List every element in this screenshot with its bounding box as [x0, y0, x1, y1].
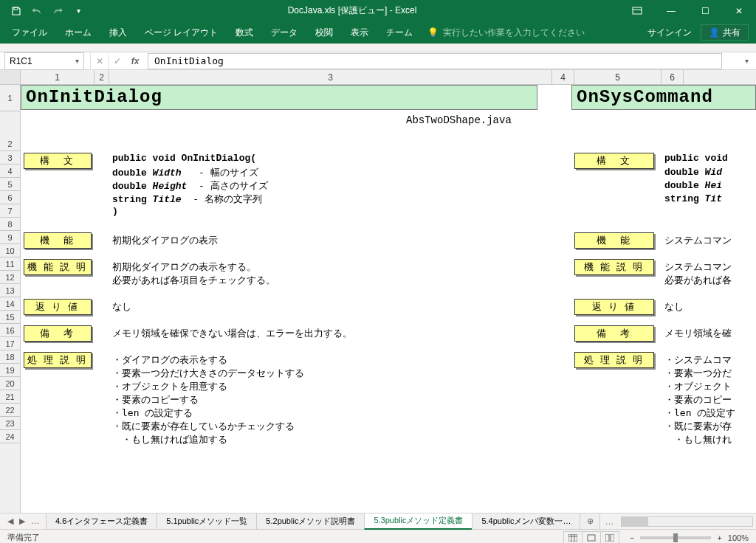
row-header[interactable]: 24	[0, 430, 20, 443]
row-header[interactable]: 12	[0, 271, 20, 284]
formula-input[interactable]: OnInitDialog	[148, 53, 722, 69]
add-sheet-button[interactable]: ⊕	[580, 513, 600, 530]
row-header[interactable]: 22	[0, 404, 20, 417]
cell-text[interactable]: ・len の設定す	[664, 407, 735, 420]
cell-text[interactable]: なし	[664, 300, 684, 314]
tell-me-search[interactable]: 💡 実行したい作業を入力してください	[422, 27, 591, 39]
row-header[interactable]: 19	[0, 364, 20, 377]
cell-text[interactable]: メモリ領域を確	[664, 327, 732, 340]
zoom-out-button[interactable]: −	[630, 533, 634, 542]
cell-text[interactable]: ・要素一つ分だ	[664, 367, 732, 380]
row-header[interactable]: 18	[0, 350, 20, 364]
tab-nav-prev-icon[interactable]: ◀	[7, 516, 13, 526]
tab-nav-next-icon[interactable]: ▶	[19, 516, 25, 526]
tab-review[interactable]: 校閲	[306, 21, 342, 44]
fx-icon[interactable]: fx	[126, 56, 145, 66]
row-header[interactable]: 11	[0, 257, 20, 271]
view-pagelayout-icon[interactable]	[582, 531, 601, 544]
close-button[interactable]: ✕	[722, 0, 756, 21]
row-header[interactable]: 5	[0, 178, 20, 191]
row-header[interactable]: 2	[0, 111, 20, 151]
method-header-cell[interactable]: OnInitDialog	[21, 85, 537, 110]
tab-view[interactable]: 表示	[342, 21, 377, 44]
row-header[interactable]: 7	[0, 204, 20, 218]
tab-overflow-ellipsis[interactable]: …	[600, 516, 618, 527]
cell-text[interactable]: )	[112, 206, 118, 217]
row-header[interactable]: 3	[0, 151, 20, 165]
cell-text[interactable]: ・もし無けれ	[664, 433, 732, 446]
cell-text[interactable]: ・ダイアログの表示をする	[112, 353, 227, 367]
tab-team[interactable]: チーム	[377, 21, 422, 44]
cancel-formula-icon[interactable]: ✕	[90, 53, 108, 69]
label-proc[interactable]: 処 理 説 明	[24, 352, 92, 368]
tab-pagelayout[interactable]: ページ レイアウト	[136, 21, 227, 44]
cell-text[interactable]: double Width - 幅のサイズ	[112, 166, 258, 179]
tab-home[interactable]: ホーム	[56, 21, 100, 44]
row-header[interactable]: 23	[0, 417, 20, 430]
cell-text[interactable]: システムコマン	[664, 234, 732, 247]
label-function[interactable]: 機 能	[24, 232, 92, 249]
minimize-button[interactable]: —	[654, 0, 688, 21]
view-normal-icon[interactable]	[563, 531, 583, 544]
cell-text[interactable]: ・オブジェクトを用意する	[112, 380, 227, 393]
enter-formula-icon[interactable]: ✓	[108, 53, 126, 69]
row-header[interactable]: 1	[0, 85, 20, 111]
cell-text[interactable]: string Tit	[664, 193, 722, 204]
ribbon-display-options-icon[interactable]	[620, 0, 654, 21]
row-header[interactable]: 20	[0, 377, 20, 390]
cell-text[interactable]: ・システムコマ	[664, 353, 732, 367]
cell-text[interactable]: ・既に要素が存	[664, 420, 732, 433]
cell-text[interactable]: ・もし無ければ追加する	[112, 433, 227, 446]
col-header[interactable]: 1	[21, 70, 94, 84]
zoom-in-button[interactable]: +	[717, 533, 721, 542]
cell-text[interactable]: ・要素のコピーする	[112, 393, 199, 407]
tab-insert[interactable]: 挿入	[100, 21, 136, 44]
name-box[interactable]: R1C1 ▾	[4, 52, 84, 70]
row-header[interactable]: 10	[0, 244, 20, 257]
sign-in-button[interactable]: サインイン	[639, 21, 701, 44]
undo-icon[interactable]	[31, 5, 43, 17]
col-header[interactable]: 6	[662, 70, 684, 84]
cell-text[interactable]: ・要素のコピー	[664, 393, 732, 407]
cell-text[interactable]: double Wid	[664, 166, 722, 178]
sheet-tab[interactable]: 4.6インタフェース定義書	[46, 513, 157, 530]
maximize-button[interactable]: ☐	[688, 0, 722, 21]
sheet-tab-active[interactable]: 5.3publicメソッド定義書	[364, 513, 472, 530]
method-header-cell[interactable]: OnSysCommand	[571, 85, 756, 110]
cell-text[interactable]: 初期化ダイアログの表示をする。	[112, 260, 256, 274]
label-note[interactable]: 備 考	[574, 325, 654, 342]
row-header[interactable]: 15	[0, 311, 20, 324]
cell-text[interactable]: ・既に要素が存在しているかチェックする	[112, 420, 295, 433]
chevron-down-icon[interactable]: ▾	[75, 57, 79, 65]
redo-icon[interactable]	[52, 5, 63, 17]
row-header[interactable]: 16	[0, 324, 20, 337]
select-all-corner[interactable]	[0, 70, 21, 84]
row-header[interactable]: 9	[0, 231, 20, 244]
cell-text[interactable]: public void OnInitDialog(	[112, 153, 256, 164]
cell-text[interactable]: 初期化ダイアログの表示	[112, 234, 218, 247]
qat-customize-icon[interactable]: ▾	[72, 5, 84, 17]
col-header[interactable]: 2	[94, 70, 109, 84]
label-funcdesc[interactable]: 機 能 説 明	[574, 259, 654, 275]
cell-text[interactable]: public void	[664, 153, 728, 164]
view-pagebreak-icon[interactable]	[600, 531, 619, 544]
cell-text[interactable]: 必要があれば各項目をチェックする。	[112, 274, 275, 287]
label-syntax[interactable]: 構 文	[24, 153, 92, 169]
cell-text[interactable]: なし	[112, 300, 131, 314]
cell-text[interactable]: ・オブジェクト	[664, 380, 732, 393]
label-function[interactable]: 機 能	[574, 232, 654, 249]
tab-file[interactable]: ファイル	[3, 21, 56, 44]
save-icon[interactable]	[10, 5, 22, 17]
tab-formulas[interactable]: 数式	[227, 21, 262, 44]
scrollbar-thumb[interactable]	[622, 517, 648, 526]
label-return[interactable]: 返 り 値	[574, 299, 654, 315]
filename-cell[interactable]: AbsTwoDShape.java	[406, 114, 512, 126]
label-syntax[interactable]: 構 文	[574, 153, 654, 169]
row-header[interactable]: 17	[0, 337, 20, 350]
cell-text[interactable]: ・要素一つ分だけ大きさのデータセットする	[112, 367, 304, 380]
zoom-slider[interactable]	[640, 536, 711, 539]
label-return[interactable]: 返 り 値	[24, 299, 92, 315]
cell-text[interactable]: 必要があれば各	[664, 274, 732, 287]
col-header[interactable]: 4	[552, 70, 574, 84]
sheet-tab[interactable]: 5.2publicメソッド説明書	[256, 513, 365, 530]
